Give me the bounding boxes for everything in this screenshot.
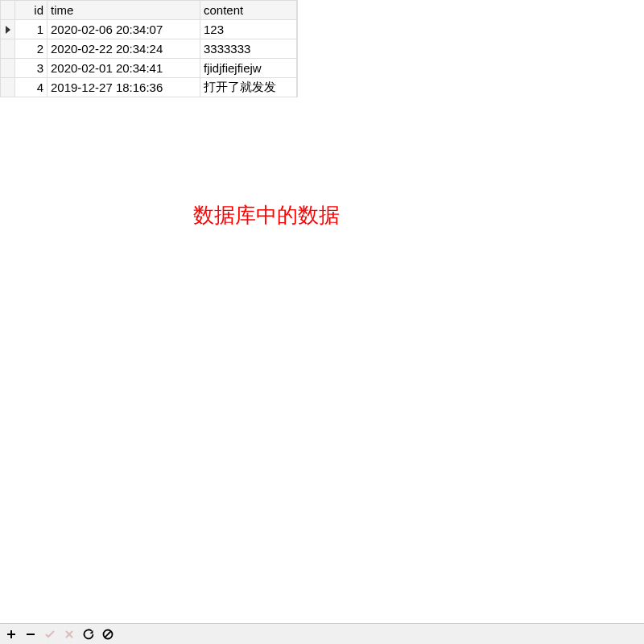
row-indicator-cell[interactable] (1, 59, 15, 78)
cell-content[interactable]: 打开了就发发 (200, 78, 297, 97)
cell-content[interactable]: fjidjfiejfiejw (200, 59, 297, 78)
cell-id[interactable]: 4 (15, 78, 47, 97)
cell-content[interactable]: 3333333 (200, 39, 297, 59)
row-indicator-header (1, 1, 15, 20)
cell-time[interactable]: 2020-02-06 20:34:07 (47, 20, 200, 39)
cell-time[interactable]: 2019-12-27 18:16:36 (47, 78, 200, 97)
delete-record-button[interactable] (24, 628, 37, 641)
data-grid[interactable]: id time content 12020-02-06 20:34:071232… (0, 0, 298, 97)
cancel-edit-button (63, 628, 76, 641)
caption-label: 数据库中的数据 (193, 201, 340, 229)
cell-content[interactable]: 123 (200, 20, 297, 39)
stop-button[interactable] (101, 628, 114, 641)
cell-id[interactable]: 3 (15, 59, 47, 78)
post-edit-button (43, 628, 56, 641)
cell-id[interactable]: 2 (15, 39, 47, 59)
table-row[interactable]: 22020-02-22 20:34:243333333 (1, 39, 297, 59)
header-row: id time content (1, 1, 297, 20)
cell-time[interactable]: 2020-02-22 20:34:24 (47, 39, 200, 59)
column-header-content[interactable]: content (200, 1, 297, 20)
table-row[interactable]: 12020-02-06 20:34:07123 (1, 20, 297, 39)
column-header-time[interactable]: time (47, 1, 200, 20)
cell-id[interactable]: 1 (15, 20, 47, 39)
row-indicator-cell[interactable] (1, 20, 15, 39)
current-row-icon (6, 26, 10, 34)
navigator-toolbar (0, 623, 644, 644)
cell-time[interactable]: 2020-02-01 20:34:41 (47, 59, 200, 78)
table-row[interactable]: 32020-02-01 20:34:41fjidjfiejfiejw (1, 59, 297, 78)
row-indicator-cell[interactable] (1, 78, 15, 97)
refresh-button[interactable] (82, 628, 95, 641)
add-record-button[interactable] (5, 628, 18, 641)
row-indicator-cell[interactable] (1, 39, 15, 59)
table-row[interactable]: 42019-12-27 18:16:36打开了就发发 (1, 78, 297, 97)
column-header-id[interactable]: id (15, 1, 47, 20)
